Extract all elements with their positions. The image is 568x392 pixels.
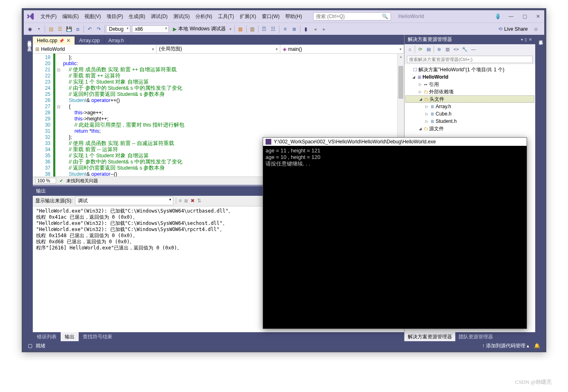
save-button[interactable]: 💾 (64, 25, 73, 34)
status-bar: ▢ 就绪 ↑ 添加到源代码管理 ▴ 🔔 (24, 341, 544, 350)
window-icon: ▢ (28, 343, 32, 349)
prev-bm-icon[interactable]: ◂ (311, 25, 320, 34)
solution-title: 解决方案资源管理器 ▾▯✕ (404, 35, 535, 44)
close-icon[interactable]: ✕ (66, 38, 70, 43)
redo-button[interactable]: ↷ (94, 25, 103, 34)
tab-find-symbol[interactable]: 查找符号结果 (79, 332, 116, 341)
out-tool3[interactable]: ✖ (191, 198, 195, 204)
tool-icon[interactable]: ▦ (236, 25, 245, 34)
new-button[interactable]: ▤ (46, 25, 55, 34)
stab-solution[interactable]: 解决方案资源管理器 (404, 332, 455, 341)
solution-toolbar: ⌂ ⟳ ▤ ⊚ ▥ <> 🔧 ― (404, 44, 535, 54)
comment-icon[interactable]: ☶ (260, 25, 269, 34)
menu-编辑(E)[interactable]: 编辑(E) (59, 13, 82, 20)
back-button[interactable]: ◉ (25, 25, 34, 34)
minimize-button[interactable]: — (507, 14, 515, 19)
tab-error-list[interactable]: 错误列表 (33, 332, 61, 341)
output-bottom-tabs: 错误列表 输出 查找符号结果 (33, 332, 404, 341)
sol-sync-icon[interactable]: ⊚ (435, 45, 443, 53)
menu-文件(F)[interactable]: 文件(F) (38, 13, 59, 20)
open-button[interactable]: ☰ (55, 25, 64, 34)
avatar-icon[interactable] (495, 14, 501, 19)
sol-showall-icon[interactable]: ▥ (444, 45, 451, 53)
sol-home-icon[interactable]: ⌂ (406, 45, 414, 53)
maximize-button[interactable]: ▢ (521, 14, 529, 19)
menu-帮助(H)[interactable]: 帮助(H) (282, 13, 305, 20)
scope-bar: ⊞HelloWorld (全局范围) ◈main() (33, 45, 404, 54)
stab-team[interactable]: 团队资源管理器 (455, 332, 496, 341)
feedback-icon[interactable]: ☺ (534, 26, 538, 32)
output-source-combo[interactable]: 调试 (75, 197, 173, 205)
console-window[interactable]: Y:\002_WorkSpace\002_VS\HelloWorld\Hello… (263, 137, 527, 329)
menu-窗口(W)[interactable]: 窗口(W) (259, 13, 282, 20)
scope-project[interactable]: ⊞HelloWorld (33, 45, 157, 53)
search-icon: 🔍 (382, 14, 388, 19)
bookmark-icon[interactable]: ▮ (302, 25, 311, 34)
outdent-icon[interactable]: ≣ (290, 25, 299, 34)
out-tool2[interactable]: ≣ (184, 198, 188, 204)
platform-combo[interactable]: x86 (132, 25, 169, 33)
console-title-bar[interactable]: Y:\002_WorkSpace\002_VS\HelloWorld\Hello… (263, 138, 527, 146)
menu-bar: 文件(F)编辑(E)视图(V)项目(P)生成(B)调试(D)测试(S)分析(N)… (24, 10, 544, 23)
sol-props-icon[interactable]: 🔧 (461, 45, 468, 53)
scope-class[interactable]: (全局范围) (157, 45, 280, 53)
search-input[interactable] (316, 14, 382, 19)
vs-logo-icon (26, 12, 34, 20)
fwd-button[interactable]: ▾ (34, 25, 43, 34)
tab-output[interactable]: 输出 (61, 332, 79, 341)
search-box[interactable]: 🔍 (313, 12, 391, 20)
tab-array-cpp[interactable]: Array.cpp (75, 36, 104, 45)
uncomment-icon[interactable]: ☷ (269, 25, 278, 34)
menu-生成(B)[interactable]: 生成(B) (126, 13, 148, 20)
live-share-icon: ⟲ (498, 26, 502, 32)
menu-工具(T)[interactable]: 工具(T) (215, 13, 237, 20)
notification-icon[interactable]: 🔔 (534, 343, 540, 349)
console-icon (266, 139, 271, 145)
pin-icon: 📌 (59, 39, 64, 43)
indent-icon[interactable]: ≡ (281, 25, 290, 34)
sol-refresh-icon[interactable]: ⟳ (416, 45, 424, 53)
menu-测试(S)[interactable]: 测试(S) (170, 13, 193, 20)
ok-icon: ✔ (59, 178, 63, 184)
editor-tabs: Hello.cpp📌✕ Array.cpp Array.h (33, 35, 404, 45)
tab-array-h[interactable]: Array.h (105, 36, 129, 45)
solution-bottom-tabs: 解决方案资源管理器 团队资源管理器 (404, 332, 535, 341)
tab-hello-cpp[interactable]: Hello.cpp📌✕ (33, 36, 75, 45)
out-tool1[interactable]: ≡ (179, 198, 182, 204)
zoom-combo[interactable]: 100 % (35, 178, 56, 184)
menu-调试(D)[interactable]: 调试(D) (148, 13, 170, 20)
sol-collapse-icon[interactable]: ▤ (425, 45, 432, 53)
menu-扩展(X)[interactable]: 扩展(X) (237, 13, 259, 20)
sol-view-icon[interactable]: ― (470, 45, 477, 53)
app-name: HelloWorld (398, 14, 424, 19)
menu-视图(V)[interactable]: 视图(V) (82, 13, 104, 20)
start-button[interactable]: ▶ 本地 Windows 调试器 (170, 25, 233, 33)
next-bm-icon[interactable]: ▸ (320, 25, 329, 34)
close-button[interactable]: ✕ (534, 14, 542, 19)
console-body: age = 11 , height = 121 age = 10 , heigh… (263, 146, 527, 329)
tool2-icon[interactable]: ▥ (248, 25, 257, 34)
out-tool4[interactable]: ⇅ (197, 198, 201, 204)
scope-func[interactable]: ◈main() (280, 45, 404, 53)
config-combo[interactable]: Debug (106, 25, 130, 33)
menu-分析(N)[interactable]: 分析(N) (193, 13, 215, 20)
source-control[interactable]: ↑ 添加到源代码管理 ▴ (482, 342, 529, 349)
undo-button[interactable]: ↶ (85, 25, 94, 34)
menu-项目(P)[interactable]: 项目(P) (104, 13, 126, 20)
saveall-button[interactable]: ⧈ (73, 25, 82, 34)
main-toolbar: ◉ ▾ ▤ ☰ 💾 ⧈ ↶ ↷ Debug x86 ▶ 本地 Windows 调… (24, 23, 544, 35)
right-sidebar-strip[interactable]: 诊断工具 (535, 35, 544, 341)
play-icon: ▶ (173, 26, 177, 32)
left-sidebar-strip[interactable]: 服务器资源管理器 工具箱 (24, 35, 33, 341)
solution-search-input[interactable] (407, 56, 533, 63)
sol-code-icon[interactable]: <> (452, 45, 460, 53)
live-share[interactable]: ⟲ Live Share ☺ (498, 26, 543, 32)
solution-search (404, 54, 535, 64)
